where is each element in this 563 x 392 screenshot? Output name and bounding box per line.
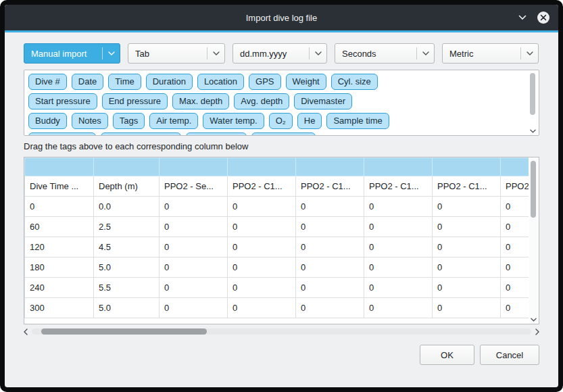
header-row: Dive Time ...Depth (m)PPO2 - Se...PPO2 -…	[25, 176, 529, 197]
tag-chip[interactable]: Water temp.	[203, 113, 264, 129]
column-header: Depth (m)	[94, 176, 160, 197]
column-header: PPO2 - C1...	[228, 176, 296, 197]
tag-chip[interactable]: Sample CNS	[251, 132, 316, 136]
preview-table-body: Dive Time ...Depth (m)PPO2 - Se...PPO2 -…	[25, 158, 529, 318]
table-row: 602.5000000	[25, 217, 529, 237]
drop-target-cell[interactable]	[228, 158, 296, 176]
preview-table-container: Dive Time ...Depth (m)PPO2 - Se...PPO2 -…	[24, 157, 539, 324]
table-cell: 0	[501, 237, 529, 258]
titlebar[interactable]: Import dive log file	[5, 5, 558, 30]
combo-value: Manual import	[24, 49, 102, 59]
tag-chip[interactable]: Sample depth	[28, 132, 96, 136]
table-row: 1204.5000000	[25, 237, 529, 258]
import-options-row: Manual import Tab dd.mm.yyyy	[24, 43, 539, 64]
tag-chip[interactable]: Weight	[286, 74, 326, 90]
table-cell: 0	[160, 258, 228, 278]
table-cell: 2.5	[94, 217, 160, 237]
column-header: PPO2 - C1...	[296, 176, 364, 197]
tag-chip[interactable]: Sample time	[326, 113, 389, 129]
chevron-down-icon	[207, 51, 224, 55]
window-title: Import dive log file	[5, 13, 558, 23]
chevron-down-icon	[521, 51, 538, 55]
table-cell: 0	[364, 278, 433, 298]
cancel-button[interactable]: Cancel	[480, 345, 539, 365]
table-cell: 0	[364, 197, 433, 217]
dialog-buttons: OK Cancel	[24, 345, 539, 365]
scrollbar-thumb[interactable]	[41, 328, 207, 335]
column-header: Dive Time ...	[25, 176, 94, 197]
tag-chip[interactable]: Location	[197, 74, 244, 90]
drop-target-cell[interactable]	[94, 158, 160, 176]
import-dialog: Import dive log file Manual import	[5, 5, 558, 387]
table-cell: 0	[228, 237, 296, 258]
chevron-down-icon	[417, 51, 434, 55]
field-separator-combo[interactable]: Tab	[128, 43, 225, 64]
drop-target-cell[interactable]	[160, 158, 228, 176]
tag-chip[interactable]: He	[297, 113, 322, 129]
tag-chip[interactable]: Cyl. size	[331, 74, 378, 90]
import-type-combo[interactable]: Manual import	[24, 43, 120, 64]
tag-chip[interactable]: Notes	[72, 113, 108, 129]
tag-chip[interactable]: Time	[108, 74, 141, 90]
drop-target-cell[interactable]	[433, 158, 501, 176]
tags-content: Dive #DateTimeDurationLocationGPSWeightC…	[24, 70, 539, 136]
window-frame: Import dive log file Manual import	[0, 0, 563, 392]
scroll-left-icon[interactable]	[24, 328, 28, 335]
table-cell: 0	[501, 258, 529, 278]
tag-chip[interactable]: O₂	[269, 113, 293, 129]
tag-chip[interactable]: Sample pO₂	[186, 132, 247, 136]
table-horizontal-scrollbar[interactable]	[24, 326, 539, 337]
table-cell: 0	[296, 217, 364, 237]
table-cell: 240	[25, 278, 94, 298]
tag-chip[interactable]: Sample pressure	[101, 132, 180, 136]
table-cell: 0	[296, 278, 364, 298]
column-header: PPO2 - C1...	[433, 176, 501, 197]
duration-format-combo[interactable]: Seconds	[335, 43, 435, 64]
chevron-down-icon[interactable]	[518, 15, 527, 20]
table-cell: 0	[433, 258, 501, 278]
column-header: PPO2 - C1...	[364, 176, 433, 197]
ok-button[interactable]: OK	[420, 345, 474, 365]
table-row: 1805.0000000	[25, 258, 529, 278]
drag-instruction-label: Drag the tags above to each correspondin…	[24, 141, 539, 151]
tag-chip[interactable]: End pressure	[102, 93, 168, 109]
table-cell: 0	[228, 278, 296, 298]
table-vertical-scrollbar[interactable]	[529, 158, 538, 323]
tag-chip[interactable]: Duration	[146, 74, 193, 90]
tag-chip[interactable]: Max. depth	[172, 93, 229, 109]
table-cell: 0	[160, 197, 228, 217]
scroll-down-icon[interactable]	[529, 318, 538, 322]
units-combo[interactable]: Metric	[442, 43, 539, 64]
tag-chip[interactable]: Avg. depth	[234, 93, 289, 109]
scrollbar-track[interactable]	[32, 328, 531, 335]
tag-chip[interactable]: Dive #	[28, 74, 67, 90]
tag-chip[interactable]: Start pressure	[28, 93, 97, 109]
drop-target-cell[interactable]	[296, 158, 364, 176]
close-button[interactable]	[537, 11, 550, 24]
table-cell: 0	[160, 298, 228, 318]
scroll-right-icon[interactable]	[535, 328, 539, 335]
drop-target-cell[interactable]	[501, 158, 529, 176]
drop-target-cell[interactable]	[25, 158, 94, 176]
table-cell: 0	[296, 258, 364, 278]
scrollbar-thumb[interactable]	[531, 161, 536, 218]
table-cell: 5.0	[94, 258, 160, 278]
scrollbar-thumb[interactable]	[530, 73, 535, 115]
date-format-combo[interactable]: dd.mm.yyyy	[232, 43, 327, 64]
tag-chip[interactable]: Tags	[113, 113, 145, 129]
tag-chip[interactable]: Air temp.	[149, 113, 198, 129]
combo-value: Metric	[443, 49, 520, 59]
tag-row: BuddyNotesTagsAir temp.Water temp.O₂HeSa…	[28, 113, 535, 129]
tag-chip[interactable]: Date	[72, 74, 103, 90]
table-row: 3005.0000000	[25, 298, 529, 318]
table-cell: 60	[25, 217, 94, 237]
tag-chip[interactable]: Divemaster	[294, 93, 352, 109]
tag-chip[interactable]: GPS	[249, 74, 280, 90]
drop-target-cell[interactable]	[364, 158, 433, 176]
table-cell: 0	[501, 197, 529, 217]
table-cell: 300	[25, 298, 94, 318]
scroll-down-icon[interactable]	[529, 129, 537, 133]
table-cell: 0	[433, 197, 501, 217]
tag-chip[interactable]: Buddy	[28, 113, 67, 129]
tag-pool-scrollbar[interactable]	[529, 72, 537, 134]
